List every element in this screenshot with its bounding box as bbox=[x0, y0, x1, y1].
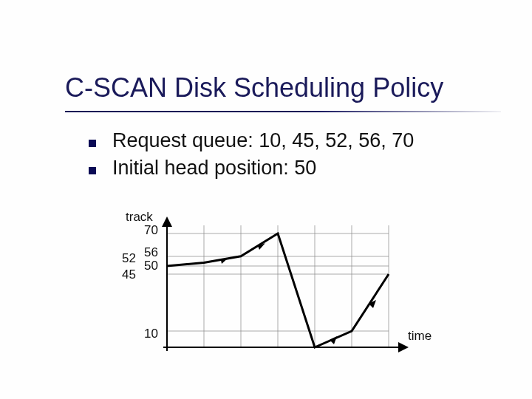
list-item: Initial head position: 50 bbox=[89, 157, 414, 180]
slide-title: C-SCAN Disk Scheduling Policy bbox=[65, 72, 443, 103]
x-axis-label: time bbox=[408, 329, 432, 344]
y-tick: 70 bbox=[132, 223, 158, 238]
bullet-list: Request queue: 10, 45, 52, 56, 70 Initia… bbox=[89, 129, 414, 184]
svg-marker-13 bbox=[330, 336, 337, 344]
slide: C-SCAN Disk Scheduling Policy Request qu… bbox=[0, 0, 532, 399]
vgridlines bbox=[204, 225, 389, 347]
bullet-text: Request queue: 10, 45, 52, 56, 70 bbox=[112, 129, 414, 152]
chart: track 70 56 50 10 52 45 time bbox=[118, 214, 429, 369]
bullet-square-icon bbox=[89, 140, 96, 147]
bullet-square-icon bbox=[89, 167, 96, 174]
y-tick: 45 bbox=[109, 267, 136, 282]
bullet-text: Initial head position: 50 bbox=[112, 157, 316, 180]
y-tick: 52 bbox=[109, 251, 136, 266]
chart-svg bbox=[160, 222, 411, 362]
list-item: Request queue: 10, 45, 52, 56, 70 bbox=[89, 129, 414, 152]
y-tick: 10 bbox=[132, 327, 158, 341]
title-underline bbox=[65, 111, 501, 112]
y-axis-label: track bbox=[126, 210, 153, 225]
